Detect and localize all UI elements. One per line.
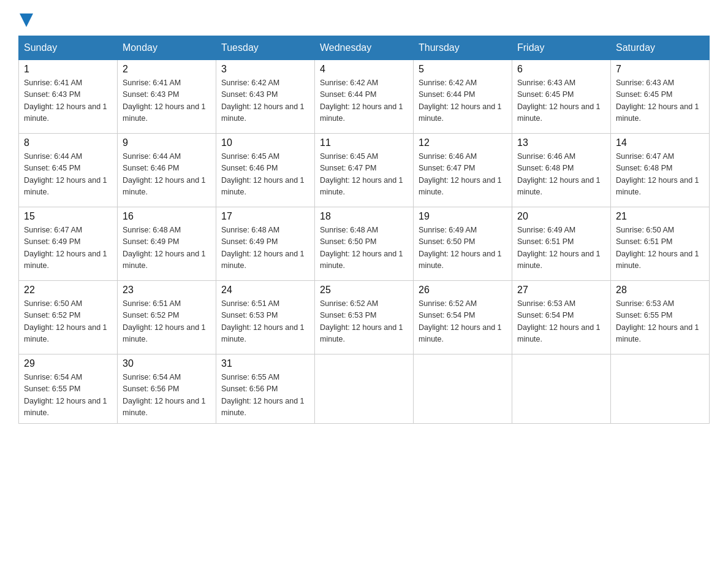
table-row: 26 Sunrise: 6:52 AM Sunset: 6:54 PM Dayl… <box>414 281 512 354</box>
svg-marker-0 <box>20 13 33 27</box>
day-info: Sunrise: 6:45 AM Sunset: 6:47 PM Dayligh… <box>320 151 408 199</box>
day-number: 19 <box>419 211 507 222</box>
day-info: Sunrise: 6:47 AM Sunset: 6:48 PM Dayligh… <box>616 151 704 199</box>
table-row: 27 Sunrise: 6:53 AM Sunset: 6:54 PM Dayl… <box>512 281 611 354</box>
day-info: Sunrise: 6:48 AM Sunset: 6:49 PM Dayligh… <box>123 224 211 272</box>
day-info: Sunrise: 6:54 AM Sunset: 6:55 PM Dayligh… <box>24 372 112 419</box>
day-number: 25 <box>320 285 408 296</box>
col-header-sunday: Sunday <box>19 36 118 60</box>
day-number: 7 <box>616 64 704 75</box>
day-number: 31 <box>221 358 309 369</box>
day-info: Sunrise: 6:41 AM Sunset: 6:43 PM Dayligh… <box>24 77 112 125</box>
table-row: 29 Sunrise: 6:54 AM Sunset: 6:55 PM Dayl… <box>19 354 118 424</box>
day-number: 24 <box>221 285 309 296</box>
calendar-table: SundayMondayTuesdayWednesdayThursdayFrid… <box>18 36 710 424</box>
table-row: 5 Sunrise: 6:42 AM Sunset: 6:44 PM Dayli… <box>414 60 512 134</box>
day-number: 16 <box>123 211 211 222</box>
logo <box>18 12 33 23</box>
table-row: 3 Sunrise: 6:42 AM Sunset: 6:43 PM Dayli… <box>216 60 315 134</box>
table-row <box>611 354 710 424</box>
day-info: Sunrise: 6:53 AM Sunset: 6:54 PM Dayligh… <box>517 298 605 346</box>
day-number: 18 <box>320 211 408 222</box>
day-info: Sunrise: 6:53 AM Sunset: 6:55 PM Dayligh… <box>616 298 704 346</box>
day-info: Sunrise: 6:47 AM Sunset: 6:49 PM Dayligh… <box>24 224 112 272</box>
table-row: 21 Sunrise: 6:50 AM Sunset: 6:51 PM Dayl… <box>611 207 710 281</box>
col-header-friday: Friday <box>512 36 611 60</box>
day-number: 12 <box>419 137 507 148</box>
day-number: 9 <box>123 137 211 148</box>
col-header-thursday: Thursday <box>414 36 512 60</box>
calendar-week-row: 8 Sunrise: 6:44 AM Sunset: 6:45 PM Dayli… <box>19 134 710 207</box>
day-number: 28 <box>616 285 704 296</box>
day-info: Sunrise: 6:48 AM Sunset: 6:49 PM Dayligh… <box>221 224 309 272</box>
day-number: 11 <box>320 137 408 148</box>
calendar-week-row: 1 Sunrise: 6:41 AM Sunset: 6:43 PM Dayli… <box>19 60 710 134</box>
table-row: 25 Sunrise: 6:52 AM Sunset: 6:53 PM Dayl… <box>315 281 414 354</box>
day-info: Sunrise: 6:41 AM Sunset: 6:43 PM Dayligh… <box>123 77 211 125</box>
day-info: Sunrise: 6:52 AM Sunset: 6:53 PM Dayligh… <box>320 298 408 346</box>
table-row: 9 Sunrise: 6:44 AM Sunset: 6:46 PM Dayli… <box>118 134 216 207</box>
day-info: Sunrise: 6:55 AM Sunset: 6:56 PM Dayligh… <box>221 372 309 419</box>
day-info: Sunrise: 6:51 AM Sunset: 6:52 PM Dayligh… <box>123 298 211 346</box>
day-info: Sunrise: 6:46 AM Sunset: 6:48 PM Dayligh… <box>517 151 605 199</box>
table-row: 30 Sunrise: 6:54 AM Sunset: 6:56 PM Dayl… <box>118 354 216 424</box>
table-row <box>414 354 512 424</box>
day-number: 20 <box>517 211 605 222</box>
day-number: 14 <box>616 137 704 148</box>
day-number: 2 <box>123 64 211 75</box>
day-number: 21 <box>616 211 704 222</box>
col-header-tuesday: Tuesday <box>216 36 315 60</box>
day-info: Sunrise: 6:44 AM Sunset: 6:46 PM Dayligh… <box>123 151 211 199</box>
table-row: 18 Sunrise: 6:48 AM Sunset: 6:50 PM Dayl… <box>315 207 414 281</box>
day-info: Sunrise: 6:54 AM Sunset: 6:56 PM Dayligh… <box>123 372 211 419</box>
day-info: Sunrise: 6:52 AM Sunset: 6:54 PM Dayligh… <box>419 298 507 346</box>
table-row: 6 Sunrise: 6:43 AM Sunset: 6:45 PM Dayli… <box>512 60 611 134</box>
day-number: 13 <box>517 137 605 148</box>
day-info: Sunrise: 6:42 AM Sunset: 6:44 PM Dayligh… <box>419 77 507 125</box>
day-number: 23 <box>123 285 211 296</box>
day-number: 26 <box>419 285 507 296</box>
calendar-header-row: SundayMondayTuesdayWednesdayThursdayFrid… <box>19 36 710 60</box>
day-number: 6 <box>517 64 605 75</box>
day-info: Sunrise: 6:46 AM Sunset: 6:47 PM Dayligh… <box>419 151 507 199</box>
table-row: 28 Sunrise: 6:53 AM Sunset: 6:55 PM Dayl… <box>611 281 710 354</box>
calendar-week-row: 15 Sunrise: 6:47 AM Sunset: 6:49 PM Dayl… <box>19 207 710 281</box>
day-number: 10 <box>221 137 309 148</box>
col-header-monday: Monday <box>118 36 216 60</box>
day-number: 27 <box>517 285 605 296</box>
day-info: Sunrise: 6:48 AM Sunset: 6:50 PM Dayligh… <box>320 224 408 272</box>
table-row <box>315 354 414 424</box>
day-number: 17 <box>221 211 309 222</box>
table-row: 16 Sunrise: 6:48 AM Sunset: 6:49 PM Dayl… <box>118 207 216 281</box>
day-info: Sunrise: 6:50 AM Sunset: 6:51 PM Dayligh… <box>616 224 704 272</box>
table-row <box>512 354 611 424</box>
day-number: 8 <box>24 137 112 148</box>
table-row: 12 Sunrise: 6:46 AM Sunset: 6:47 PM Dayl… <box>414 134 512 207</box>
table-row: 8 Sunrise: 6:44 AM Sunset: 6:45 PM Dayli… <box>19 134 118 207</box>
day-info: Sunrise: 6:49 AM Sunset: 6:50 PM Dayligh… <box>419 224 507 272</box>
table-row: 20 Sunrise: 6:49 AM Sunset: 6:51 PM Dayl… <box>512 207 611 281</box>
day-info: Sunrise: 6:49 AM Sunset: 6:51 PM Dayligh… <box>517 224 605 272</box>
calendar-week-row: 22 Sunrise: 6:50 AM Sunset: 6:52 PM Dayl… <box>19 281 710 354</box>
table-row: 10 Sunrise: 6:45 AM Sunset: 6:46 PM Dayl… <box>216 134 315 207</box>
table-row: 2 Sunrise: 6:41 AM Sunset: 6:43 PM Dayli… <box>118 60 216 134</box>
day-info: Sunrise: 6:44 AM Sunset: 6:45 PM Dayligh… <box>24 151 112 199</box>
table-row: 19 Sunrise: 6:49 AM Sunset: 6:50 PM Dayl… <box>414 207 512 281</box>
table-row: 31 Sunrise: 6:55 AM Sunset: 6:56 PM Dayl… <box>216 354 315 424</box>
day-info: Sunrise: 6:43 AM Sunset: 6:45 PM Dayligh… <box>517 77 605 125</box>
logo-triangle-icon <box>20 13 33 27</box>
day-info: Sunrise: 6:42 AM Sunset: 6:44 PM Dayligh… <box>320 77 408 125</box>
table-row: 22 Sunrise: 6:50 AM Sunset: 6:52 PM Dayl… <box>19 281 118 354</box>
table-row: 23 Sunrise: 6:51 AM Sunset: 6:52 PM Dayl… <box>118 281 216 354</box>
day-number: 3 <box>221 64 309 75</box>
day-info: Sunrise: 6:51 AM Sunset: 6:53 PM Dayligh… <box>221 298 309 346</box>
table-row: 1 Sunrise: 6:41 AM Sunset: 6:43 PM Dayli… <box>19 60 118 134</box>
table-row: 15 Sunrise: 6:47 AM Sunset: 6:49 PM Dayl… <box>19 207 118 281</box>
col-header-wednesday: Wednesday <box>315 36 414 60</box>
day-number: 5 <box>419 64 507 75</box>
day-number: 22 <box>24 285 112 296</box>
calendar-week-row: 29 Sunrise: 6:54 AM Sunset: 6:55 PM Dayl… <box>19 354 710 424</box>
day-number: 1 <box>24 64 112 75</box>
table-row: 7 Sunrise: 6:43 AM Sunset: 6:45 PM Dayli… <box>611 60 710 134</box>
table-row: 4 Sunrise: 6:42 AM Sunset: 6:44 PM Dayli… <box>315 60 414 134</box>
